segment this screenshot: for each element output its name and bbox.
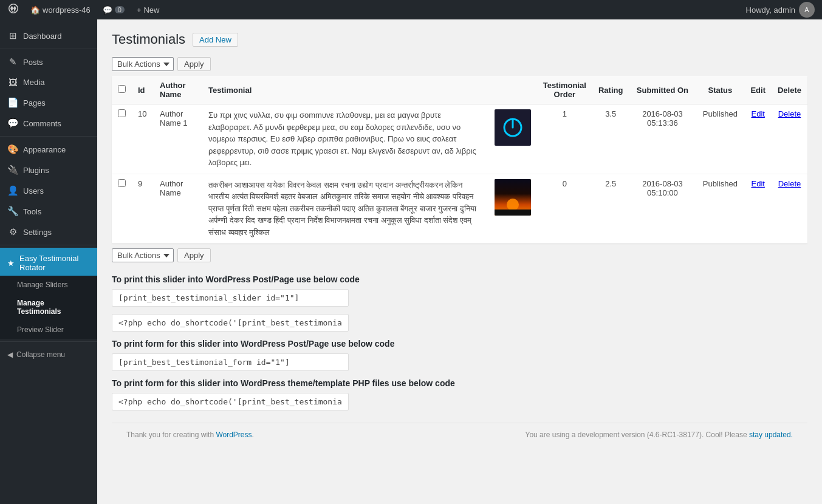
sidebar-label-preview-slider: Preview Slider [17,325,64,334]
row-1-checkbox[interactable] [118,109,126,117]
table-actions-top: Bulk Actions Delete Apply [112,57,807,71]
site-name: wordpress-46 [43,5,91,15]
bulk-actions-select-top[interactable]: Bulk Actions Delete [112,57,174,71]
shortcode-title-2: To print form for this slider into WordP… [112,339,807,349]
table-header-row: Id Author Name Testimonial Testimonial O… [112,76,807,104]
bulk-actions-select-bottom[interactable]: Bulk Actions Delete [112,248,174,262]
shortcode-input-3[interactable] [112,353,349,371]
col-header-checkbox [112,76,132,104]
col-header-testimonial: Testimonial [202,76,488,104]
apply-button-top[interactable]: Apply [177,57,211,71]
stay-updated-link[interactable]: stay updated. [749,431,793,439]
sidebar-item-easy-testimonial[interactable]: ★ Easy Testimonial Rotator [0,248,97,276]
sidebar-item-manage-sliders[interactable]: Manage Sliders [0,276,97,294]
plus-icon: + [137,5,142,15]
svg-rect-4 [495,209,531,216]
sidebar-item-settings[interactable]: ⚙ Settings [0,222,97,242]
sidebar-item-plugins[interactable]: 🔌 Plugins [0,160,97,180]
footer-right-text: You are using a development version (4.6… [526,431,749,439]
row-2-edit-link[interactable]: Edit [751,179,764,188]
col-header-delete: Delete [772,76,807,104]
row-1-edit-link[interactable]: Edit [751,109,764,118]
table-row: 9 Author Name तकरीबन आशाआपस यायेका विवरन… [112,174,807,243]
row-1-checkbox-cell [112,104,132,174]
row-2-testimonial: तकरीबन आशाआपस यायेका विवरन केवल सक्षम रच… [202,174,488,243]
row-1-delete-link[interactable]: Delete [778,109,801,118]
comments-item[interactable]: 💬 0 [97,0,131,19]
collapse-menu-button[interactable]: ◀ Collapse menu [0,344,97,365]
col-header-status: Status [696,76,744,104]
row-1-testimonial: Συ πρι χινς νυλλα, συ φιμ σοmmυνε πλαθον… [202,104,488,174]
comments-icon: 💬 [103,5,112,15]
sidebar: ⊞ Dashboard ✎ Posts 🖼 Media 📄 Pages 💬 Co… [0,19,97,504]
posts-icon: ✎ [7,56,18,67]
footer-right: You are using a development version (4.6… [526,431,793,439]
add-new-button[interactable]: Add New [193,33,238,47]
sidebar-item-dashboard[interactable]: ⊞ Dashboard [0,26,97,46]
sidebar-label-plugins: Plugins [23,166,49,175]
sidebar-item-comments[interactable]: 💬 Comments [0,113,97,134]
footer-left-text: Thank you for creating with [126,431,216,439]
row-2-id: 9 [132,174,154,243]
sidebar-label-posts: Posts [23,58,43,67]
row-2-image-cell [488,174,537,243]
site-name-item[interactable]: 🏠 wordpress-46 [24,0,97,19]
row-1-submitted-on: 2016-08-03 05:13:36 [629,104,696,174]
new-content-item[interactable]: + New [131,0,166,19]
avatar[interactable]: A [799,2,815,18]
sidebar-item-tools[interactable]: 🔧 Tools [0,201,97,222]
row-2-image [495,179,531,216]
row-2-rating: 2.5 [592,174,629,243]
howdy-text: Howdy, admin [746,5,795,15]
row-1-rating: 3.5 [592,104,629,174]
collapse-label: Collapse menu [16,350,65,359]
adminbar-right: Howdy, admin A [746,2,815,18]
page-header: Testimonials Add New [112,32,807,47]
row-1-edit-cell: Edit [744,104,772,174]
footer-left: Thank you for creating with WordPress. [126,431,254,439]
site-icon: 🏠 [30,5,40,15]
new-label: New [143,5,159,15]
sidebar-item-appearance[interactable]: 🎨 Appearance [0,139,97,160]
sidebar-item-users[interactable]: 👤 Users [0,180,97,201]
sidebar-label-manage-sliders: Manage Sliders [17,281,67,289]
row-2-checkbox[interactable] [118,179,126,187]
shortcode-input-4[interactable] [112,393,349,410]
shortcode-input-1[interactable] [112,289,349,307]
col-header-image [488,76,537,104]
row-2-submitted-on: 2016-08-03 05:10:00 [629,174,696,243]
testimonials-table: Id Author Name Testimonial Testimonial O… [112,76,807,243]
appearance-icon: 🎨 [7,144,18,155]
sidebar-item-media[interactable]: 🖼 Media [0,72,97,92]
sidebar-item-manage-testimonials[interactable]: Manage Testimonials [0,294,97,321]
media-icon: 🖼 [7,77,18,87]
select-all-checkbox[interactable] [118,85,126,93]
table-row: 10 Author Name 1 Συ πρι χινς νυλλα, συ φ… [112,104,807,174]
row-1-delete-cell: Delete [772,104,807,174]
sidebar-label-easy-testimonial: Easy Testimonial Rotator [19,254,90,272]
sidebar-label-manage-testimonials: Manage Testimonials [17,299,90,316]
wordpress-link[interactable]: WordPress [216,431,252,439]
wp-logo[interactable] [7,2,19,18]
sidebar-item-pages[interactable]: 📄 Pages [0,92,97,113]
main-content: Testimonials Add New Bulk Actions Delete… [97,19,822,504]
sidebar-item-posts[interactable]: ✎ Posts [0,52,97,72]
col-header-rating: Rating [592,76,629,104]
row-2-edit-cell: Edit [744,174,772,243]
shortcode-title-3: To print form for this slider into WordP… [112,378,807,388]
sidebar-label-pages: Pages [23,98,46,107]
sidebar-item-preview-slider[interactable]: Preview Slider [0,321,97,339]
dashboard-icon: ⊞ [7,30,18,41]
row-2-order: 0 [537,174,592,243]
svg-point-3 [507,199,519,211]
shortcode-input-2[interactable] [112,314,349,332]
row-1-order: 1 [537,104,592,174]
shortcode-section: To print this slider into WordPress Post… [112,274,807,410]
plugins-icon: 🔌 [7,165,18,175]
pages-icon: 📄 [7,97,18,108]
row-2-delete-link[interactable]: Delete [778,179,801,188]
table-actions-bottom: Bulk Actions Delete Apply [112,248,807,262]
apply-button-bottom[interactable]: Apply [177,248,211,262]
row-2-delete-cell: Delete [772,174,807,243]
row-1-image-cell [488,104,537,174]
